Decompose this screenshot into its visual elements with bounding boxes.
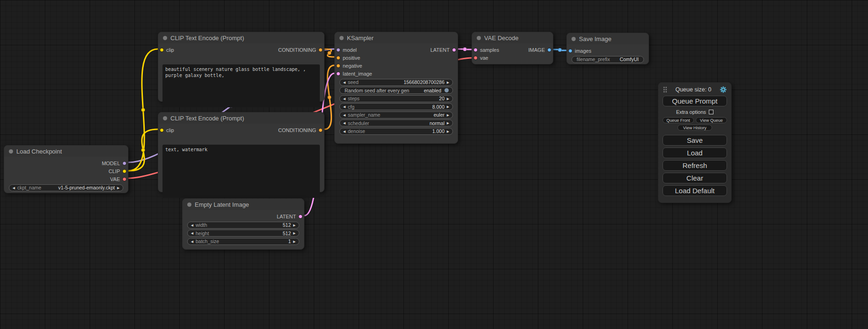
link-midpoint-dot — [463, 48, 467, 51]
decrement-arrow-icon[interactable]: ◀ — [342, 79, 347, 86]
node-ksampler[interactable]: KSampler model LATENT positive negative … — [334, 32, 458, 144]
ckpt-name-widget[interactable]: ◀ ckpt_name v1-5-pruned-emaonly.ckpt ▶ — [9, 184, 123, 191]
prev-value-arrow-icon[interactable]: ◀ — [11, 184, 16, 191]
view-queue-button[interactable]: View Queue — [696, 117, 727, 123]
input-slot-positive[interactable] — [336, 56, 340, 60]
output-slot-image[interactable] — [547, 48, 551, 52]
output-slot-vae[interactable] — [122, 177, 127, 181]
menu-panel: Queue size: 0 Queue Prompt Extra options… — [658, 82, 732, 203]
widget-label: Random seed after every gen — [345, 88, 409, 93]
node-collapse-dot-icon[interactable] — [572, 37, 576, 41]
node-collapse-dot-icon[interactable] — [9, 149, 13, 154]
prev-value-arrow-icon[interactable]: ◀ — [342, 112, 347, 119]
node-collapse-dot-icon[interactable] — [163, 36, 167, 40]
seed-widget[interactable]: ◀ seed 156680208700286 ▶ — [339, 79, 453, 86]
input-label: images — [575, 48, 591, 54]
settings-gear-icon[interactable] — [720, 86, 727, 93]
node-title-bar[interactable]: KSampler — [335, 32, 458, 43]
decrement-arrow-icon[interactable]: ◀ — [342, 103, 347, 110]
node-title-bar[interactable]: Empty Latent Image — [183, 199, 304, 210]
node-collapse-dot-icon[interactable] — [477, 36, 481, 40]
next-value-arrow-icon[interactable]: ▶ — [116, 184, 121, 191]
cfg-widget[interactable]: ◀ cfg 8.000 ▶ — [339, 103, 453, 110]
output-slot-conditioning[interactable] — [318, 48, 323, 52]
load-button[interactable]: Load — [663, 147, 727, 158]
input-slot-model[interactable] — [336, 48, 340, 52]
increment-arrow-icon[interactable]: ▶ — [445, 95, 451, 102]
width-widget[interactable]: ◀ width 512 ▶ — [187, 222, 299, 229]
menu-drag-handle-icon[interactable] — [663, 86, 667, 93]
output-slot-conditioning[interactable] — [318, 128, 323, 132]
output-label: CONDITIONING — [278, 127, 316, 133]
filename-prefix-widget[interactable]: filename_prefix ComfyUI — [572, 56, 644, 63]
slot-row: clip CONDITIONING — [158, 126, 324, 134]
node-collapse-dot-icon[interactable] — [339, 36, 344, 40]
input-slot-clip[interactable] — [160, 48, 164, 52]
sampler-name-widget[interactable]: ◀ sampler_name euler ▶ — [339, 112, 453, 119]
node-collapse-dot-icon[interactable] — [163, 116, 167, 120]
workflow-buttons-group: Save Load Refresh Clear Load Default — [663, 135, 727, 196]
output-label: IMAGE — [529, 47, 545, 53]
node-title-bar[interactable]: CLIP Text Encode (Prompt) — [158, 32, 324, 43]
decrement-arrow-icon[interactable]: ◀ — [342, 95, 347, 102]
input-slot-samples[interactable] — [473, 48, 478, 52]
node-clip-text-encode-positive[interactable]: CLIP Text Encode (Prompt) clip CONDITION… — [158, 32, 325, 102]
scheduler-widget[interactable]: ◀ scheduler normal ▶ — [339, 119, 453, 126]
height-widget[interactable]: ◀ height 512 ▶ — [187, 230, 299, 237]
node-empty-latent-image[interactable]: Empty Latent Image LATENT ◀ width 512 ▶ … — [182, 198, 304, 250]
decrement-arrow-icon[interactable]: ◀ — [190, 222, 195, 229]
menu-header: Queue size: 0 — [663, 85, 727, 94]
queue-prompt-button[interactable]: Queue Prompt — [663, 96, 727, 106]
output-slot-clip[interactable] — [122, 169, 127, 173]
steps-widget[interactable]: ◀ steps 20 ▶ — [339, 95, 453, 102]
node-collapse-dot-icon[interactable] — [187, 203, 191, 207]
input-slot-latent-image[interactable] — [336, 71, 340, 76]
increment-arrow-icon[interactable]: ▶ — [292, 222, 297, 229]
node-title-bar[interactable]: Save Image — [567, 33, 649, 44]
node-title-bar[interactable]: VAE Decode — [472, 32, 553, 43]
node-vae-decode[interactable]: VAE Decode samples IMAGE vae — [472, 32, 553, 64]
output-slot-latent[interactable] — [298, 214, 303, 218]
next-value-arrow-icon[interactable]: ▶ — [445, 112, 451, 119]
node-load-checkpoint[interactable]: Load Checkpoint MODEL CLIP VAE ◀ ckpt_na… — [4, 145, 128, 193]
node-clip-text-encode-negative[interactable]: CLIP Text Encode (Prompt) clip CONDITION… — [158, 112, 325, 192]
clear-button[interactable]: Clear — [663, 173, 727, 183]
node-title-bar[interactable]: Load Checkpoint — [4, 146, 128, 157]
increment-arrow-icon[interactable]: ▶ — [292, 230, 297, 237]
node-save-image[interactable]: Save Image images filename_prefix ComfyU… — [566, 33, 649, 64]
increment-arrow-icon[interactable]: ▶ — [445, 128, 451, 135]
output-label: MODEL — [102, 161, 120, 166]
prompt-textarea[interactable]: beautiful scenery nature glass bottle la… — [162, 64, 320, 107]
output-slot-latent[interactable] — [452, 48, 456, 52]
decrement-arrow-icon[interactable]: ◀ — [190, 230, 195, 237]
slot-row: clip CONDITIONING — [158, 46, 324, 54]
save-button[interactable]: Save — [663, 135, 727, 146]
input-slot-images[interactable] — [568, 49, 572, 53]
output-slot-model[interactable] — [122, 161, 127, 165]
input-label: model — [343, 47, 357, 53]
batch-size-widget[interactable]: ◀ batch_size 1 ▶ — [187, 238, 299, 245]
denoise-widget[interactable]: ◀ denoise 1.000 ▶ — [339, 128, 453, 135]
refresh-button[interactable]: Refresh — [663, 160, 727, 171]
input-slot-negative[interactable] — [336, 63, 340, 68]
node-title: KSampler — [347, 35, 374, 42]
decrement-arrow-icon[interactable]: ◀ — [342, 128, 347, 135]
increment-arrow-icon[interactable]: ▶ — [292, 238, 297, 245]
input-slot-clip[interactable] — [160, 128, 164, 132]
toggle-indicator-icon[interactable] — [445, 88, 449, 92]
prev-value-arrow-icon[interactable]: ◀ — [342, 119, 347, 126]
node-title-bar[interactable]: CLIP Text Encode (Prompt) — [158, 112, 324, 124]
decrement-arrow-icon[interactable]: ◀ — [190, 238, 195, 245]
extra-options-checkbox[interactable] — [709, 110, 713, 114]
random-seed-toggle-widget[interactable]: Random seed after every gen enabled — [339, 87, 453, 94]
increment-arrow-icon[interactable]: ▶ — [445, 103, 451, 110]
load-default-button[interactable]: Load Default — [663, 185, 727, 196]
queue-front-button[interactable]: Queue Front — [663, 117, 694, 123]
output-label: CLIP — [109, 168, 120, 174]
prompt-textarea[interactable]: text, watermark — [162, 145, 320, 198]
increment-arrow-icon[interactable]: ▶ — [445, 79, 451, 86]
next-value-arrow-icon[interactable]: ▶ — [445, 119, 451, 126]
view-history-button[interactable]: View History — [677, 125, 712, 131]
widget-value: normal — [430, 120, 445, 126]
input-slot-vae[interactable] — [473, 56, 478, 60]
